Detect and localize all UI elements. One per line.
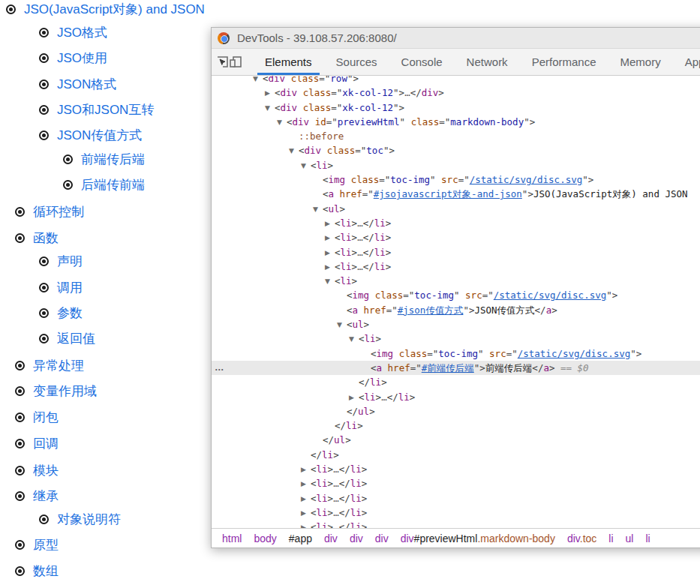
tree-row[interactable]: ▶<div class="xk-col-12">…</div> xyxy=(212,86,700,100)
toc-link[interactable]: 返回值 xyxy=(57,330,95,347)
tree-row[interactable]: ▶<li>…</li> xyxy=(212,520,700,528)
tree-row[interactable]: ▼<ul> xyxy=(212,202,700,216)
tree-row[interactable]: ▶<li>…</li> xyxy=(212,476,700,490)
tree-row[interactable]: ▶<li>…</li> xyxy=(212,491,700,506)
tree-row[interactable]: </ul> xyxy=(212,404,700,418)
toc-item[interactable]: 声明 xyxy=(39,252,83,270)
tab-elements[interactable]: Elements xyxy=(257,49,320,75)
tree-row[interactable]: ▼<li> xyxy=(212,332,700,346)
tree-row[interactable]: ▶<li>…</li> xyxy=(212,506,700,520)
toc-item[interactable]: 对象说明符 xyxy=(39,510,121,528)
toc-link[interactable]: 模块 xyxy=(33,462,59,479)
toc-item[interactable]: JSO(JavaScript对象) and JSON xyxy=(6,0,205,18)
tree-row[interactable]: <a href="#json传值方式">JSON传值方式</a> xyxy=(212,303,700,317)
tree-row[interactable]: ▶<li>…</li> xyxy=(212,462,700,476)
tree-row[interactable]: </li> xyxy=(212,418,700,433)
expand-arrow-icon[interactable]: ▼ xyxy=(313,202,323,217)
toc-link[interactable]: JSON格式 xyxy=(57,76,116,93)
expand-arrow-icon[interactable]: ▶ xyxy=(325,231,335,245)
expand-arrow-icon[interactable]: ▶ xyxy=(301,520,311,528)
expand-arrow-icon[interactable]: ▼ xyxy=(325,274,335,289)
toc-link[interactable]: 参数 xyxy=(57,304,83,322)
breadcrumb-item[interactable]: div xyxy=(375,532,389,544)
toc-link[interactable]: JSO格式 xyxy=(57,24,107,41)
toc-item[interactable]: 参数 xyxy=(39,304,83,322)
toc-link[interactable]: 后端传前端 xyxy=(81,176,145,194)
breadcrumb-item[interactable]: #app xyxy=(289,532,312,544)
tree-row[interactable]: ▼<div id="previewHtml" class="markdown-b… xyxy=(212,115,700,129)
tab-performance[interactable]: Performance xyxy=(524,49,604,75)
expand-arrow-icon[interactable]: ▶ xyxy=(301,492,311,506)
tree-row[interactable]: </li> xyxy=(212,448,700,462)
toc-link[interactable]: 调用 xyxy=(57,279,83,296)
breadcrumb-item[interactable]: div#previewHtml.markdown-body xyxy=(401,532,555,544)
toc-item[interactable]: JSON传值方式 xyxy=(39,126,142,144)
expand-arrow-icon[interactable]: ▼ xyxy=(265,101,275,116)
tab-memory[interactable]: Memory xyxy=(613,49,668,75)
toc-link[interactable]: 原型 xyxy=(33,536,59,554)
breadcrumb-item[interactable]: div xyxy=(324,532,338,544)
expand-arrow-icon[interactable]: ▼ xyxy=(337,318,347,332)
expand-arrow-icon[interactable]: ▶ xyxy=(301,463,311,477)
toc-item[interactable]: JSO格式 xyxy=(39,23,107,41)
device-toolbar-icon[interactable] xyxy=(229,49,242,75)
tree-row[interactable]: <img class="toc-img" src="/static/svg/di… xyxy=(212,346,700,361)
expand-arrow-icon[interactable]: ▼ xyxy=(301,159,311,173)
toc-link[interactable]: 前端传后端 xyxy=(81,151,145,168)
toc-link[interactable]: 循环控制 xyxy=(33,203,84,220)
inspect-icon[interactable] xyxy=(216,49,229,75)
toc-link[interactable]: 对象说明符 xyxy=(57,511,121,528)
toc-link[interactable]: JSO(JavaScript对象) and JSON xyxy=(24,1,205,18)
tab-application[interactable]: Application xyxy=(677,49,700,75)
expand-arrow-icon[interactable]: ▶ xyxy=(301,477,311,491)
tree-row[interactable]: ▼<div class="xk-col-12"> xyxy=(212,100,700,115)
expand-arrow-icon[interactable]: ▶ xyxy=(301,506,311,520)
breadcrumb-item[interactable]: body xyxy=(254,532,276,544)
tree-row[interactable]: ▼<li> xyxy=(212,158,700,172)
tree-row[interactable]: ▼<li> xyxy=(212,274,700,288)
toc-link[interactable]: JSO使用 xyxy=(57,50,107,67)
tab-sources[interactable]: Sources xyxy=(329,49,385,75)
toc-item[interactable]: 调用 xyxy=(39,278,83,296)
expand-arrow-icon[interactable]: ▶ xyxy=(325,217,335,231)
toc-item[interactable]: 继承 xyxy=(15,487,59,505)
tree-row[interactable]: ▶<li>…</li> xyxy=(212,260,700,274)
toc-item[interactable]: 后端传前端 xyxy=(63,176,145,194)
expand-arrow-icon[interactable]: ▼ xyxy=(349,332,359,346)
toc-item[interactable]: 异常处理 xyxy=(15,356,84,374)
tree-row[interactable]: </li> xyxy=(212,375,700,389)
toc-item[interactable]: 循环控制 xyxy=(15,202,84,220)
tree-row[interactable]: ▼<div class="toc"> xyxy=(212,143,700,158)
toc-link[interactable]: 闭包 xyxy=(33,409,59,426)
tree-row[interactable]: ▶<li>…</li> xyxy=(212,245,700,260)
toc-item[interactable]: 变量作用域 xyxy=(15,382,97,400)
expand-arrow-icon[interactable]: ▶ xyxy=(325,260,335,274)
tree-row[interactable]: ▼<ul> xyxy=(212,317,700,332)
breadcrumb-item[interactable]: div.toc xyxy=(567,532,596,544)
toc-link[interactable]: 函数 xyxy=(33,230,59,247)
ellipsis-menu-icon[interactable]: … xyxy=(215,361,225,375)
tree-row[interactable]: ▼<div class="row"> xyxy=(212,76,700,86)
expand-arrow-icon[interactable]: ▶ xyxy=(325,246,335,260)
tree-row[interactable]: ▶<li>…</li> xyxy=(212,216,700,230)
expand-arrow-icon[interactable]: ▼ xyxy=(289,144,299,158)
toc-link[interactable]: 回调 xyxy=(33,435,59,452)
toc-link[interactable]: 数组 xyxy=(33,562,59,580)
toc-item[interactable]: 数组 xyxy=(15,562,59,580)
expand-arrow-icon[interactable]: ▼ xyxy=(253,76,263,86)
toc-link[interactable]: 异常处理 xyxy=(33,357,84,374)
tab-console[interactable]: Console xyxy=(394,49,450,75)
toc-item[interactable]: 模块 xyxy=(15,461,59,479)
breadcrumb-item[interactable]: li xyxy=(645,532,650,544)
toc-item[interactable]: 前端传后端 xyxy=(63,150,145,168)
toc-link[interactable]: JSON传值方式 xyxy=(57,127,142,144)
expand-arrow-icon[interactable]: ▶ xyxy=(265,86,275,100)
tree-row[interactable]: </ul> xyxy=(212,433,700,447)
breadcrumb-item[interactable]: li xyxy=(608,532,613,544)
tree-row[interactable]: …<a href="#前端传后端">前端传后端</a> == $0 xyxy=(212,361,700,375)
toc-link[interactable]: 变量作用域 xyxy=(33,382,97,400)
toc-item[interactable]: 返回值 xyxy=(39,329,95,347)
tab-network[interactable]: Network xyxy=(459,49,515,75)
toc-item[interactable]: JSON格式 xyxy=(39,75,116,93)
tree-row[interactable]: <img class="toc-img" src="/static/svg/di… xyxy=(212,172,700,187)
